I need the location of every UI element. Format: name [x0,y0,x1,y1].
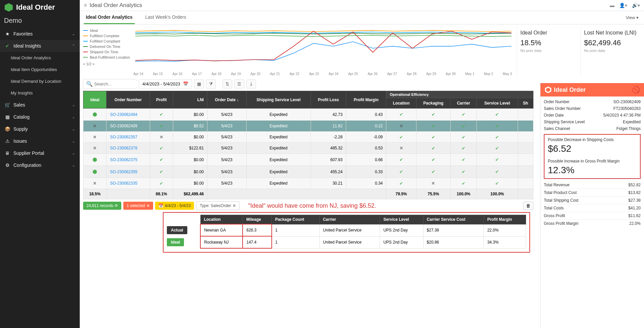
order-link[interactable]: SO-230062378 [110,146,137,150]
filter-button[interactable]: ⧩ [206,79,216,89]
col-sh[interactable]: Sh [518,98,533,109]
sidebar-item-ideal-order-analytics[interactable]: Ideal Order Analytics [0,52,80,64]
col-profit-margin[interactable]: Profit Margin [346,91,386,109]
order-link[interactable]: SO-230062357 [110,135,137,139]
cmp-col-margin: Profit Margin [484,215,526,224]
col-ship-svc[interactable]: Shipping Service Level [246,91,311,109]
col-location[interactable]: Location [386,98,416,109]
chat-icon[interactable]: ▬ [610,3,615,8]
chart-row: Ideal Fulfilled Complete Fulfilled Compl… [80,24,644,77]
check-icon: ✔ [462,146,465,151]
tab-ideal-order-analytics[interactable]: Ideal Order Analytics [84,11,135,24]
search-input[interactable]: 🔍 [83,79,137,89]
delete-button[interactable]: 🗑 [523,202,533,210]
detail-gross-profit: Gross Profit$11.62 [544,212,641,219]
close-icon[interactable]: ✕ [146,203,150,208]
prohibit-icon[interactable]: 🚫 [632,86,640,94]
order-link[interactable]: SO-230062409 [110,124,137,128]
hex-icon [544,86,552,93]
axis-tick: May 1 [465,72,474,76]
trash-icon: 🗑 [526,203,530,208]
col-service-level[interactable]: Service Level [476,98,518,109]
table-row[interactable]: ⬢ SO-230062375 ✔ $0.00 5/4/23 Expedited … [83,154,533,166]
order-link[interactable]: SO-230062335 [110,181,137,186]
detail-panel: Ideal Order 🚫 Order NumberSO-230062409 S… [540,83,644,328]
sidebar-item-ideal-item-opportunities[interactable]: Ideal Item Opportunities [0,64,80,75]
chip-selected[interactable]: 1 selected ✕ [123,202,153,210]
col-order-number[interactable]: Order Number [107,91,150,109]
sidebar-item-sales[interactable]: 🛒Sales⌄ [0,99,80,111]
close-icon[interactable]: ✕ [233,203,236,208]
check-icon: ✔ [462,157,465,162]
chip-type[interactable]: Type: SalesOrder ✕ [196,201,239,210]
sidebar-item-favorites[interactable]: ★Favorites ⌄ [0,28,80,40]
chip-records[interactable]: 24,611 records ⟳ [83,202,121,210]
check-icon: ✔ [432,169,435,174]
check-icon: ✔ [495,157,499,162]
order-link[interactable]: SO-230062375 [110,157,137,162]
view-dropdown[interactable]: View ▾ [624,12,640,23]
sidebar-item-ideal-insights[interactable]: ✔Ideal Insights ⌃ [0,40,80,52]
detail-total-shipping-cost: Total Shipping Cost$27.38 [544,196,641,204]
chevron-down-icon: ⌄ [72,163,75,168]
col-profit[interactable]: Profit [150,91,173,109]
axis-tick: Apr 30 [446,72,455,76]
table-row[interactable]: ⬢ SO-230062355 ✔ $0.00 5/4/23 Expedited … [83,166,533,178]
axis-tick: Apr 26 [368,72,377,76]
tabs: Ideal Order Analytics Last Week's Orders… [80,11,644,24]
col-ideal[interactable]: Ideal [83,91,107,109]
sort-button[interactable]: ⇅ [222,79,232,88]
shipping-decrease-value: $6.52 [548,143,637,154]
check-icon: ✔ [159,181,163,186]
col-packaging[interactable]: Packaging [416,98,450,109]
chart-pager[interactable]: < 1/2 > [83,61,130,66]
check-icon: ✔ [462,124,465,129]
axis-tick: Apr 24 [329,72,338,76]
order-link[interactable]: SO-230062355 [110,170,137,174]
sidebar-item-my-insights[interactable]: My Insights [0,87,80,99]
ideal-label: Ideal [167,238,184,246]
layout-toggle[interactable]: ▦ [194,79,204,88]
chevron-down-icon: ⌄ [72,151,75,155]
legend-item: Fulfilled Complete [83,34,130,38]
sidebar-item-supply[interactable]: 📦Supply⌄ [0,123,80,135]
check-icon: ✔ [399,135,403,140]
check-icon: ✔ [495,135,499,140]
table-row[interactable]: ✕ SO-230062378 ✔ $122.61 5/4/23 Expedite… [83,143,533,154]
sidebar-item-supplier-portal[interactable]: 🖥Supplier Portal⌄ [0,147,80,159]
legend-item: Delivered On Time [83,45,130,49]
x-icon: ✕ [399,123,403,129]
kpi-ideal-order: Ideal Order 18.5% No prev data [517,26,577,77]
table-row[interactable]: ✕ SO-230062409 ✔ $6.52 5/4/23 Expedited … [83,121,533,132]
check-icon: ✔ [462,135,465,140]
list-button[interactable]: ☰ [234,79,244,88]
hex-icon [4,3,13,12]
order-link[interactable]: SO-230062494 [110,112,137,117]
menu-icon[interactable]: ≡ [84,2,87,8]
col-order-date[interactable]: Order Date ↓ [207,91,246,109]
sidebar-item-configuration[interactable]: ⚙Configuration⌄ [0,159,80,171]
legend-item: Ideal [83,28,130,32]
col-profit-loss[interactable]: Profit Loss [311,91,346,109]
grid-footer-row: 18.5% 88.1% $62,499.46 79.5% 75.5% 100.0… [83,189,533,199]
chart-legend: Ideal Fulfilled Complete Fulfilled Compl… [83,26,130,77]
export-button[interactable]: ⤓ [246,79,256,88]
date-range-input[interactable]: 4/4/2023 - 5/4/2023📅 [139,79,192,88]
annotation-text: "Ideal" would have come from NJ, saving … [248,202,376,209]
check-icon: ✔ [462,181,465,186]
table-row[interactable]: ✕ SO-230062357 ✕ $0.00 5/4/23 Expedited … [83,132,533,143]
tab-last-weeks-orders[interactable]: Last Week's Orders [143,11,188,24]
chip-date[interactable]: 📅 4/4/23 - 5/4/23 [155,202,194,210]
sidebar-item-issues[interactable]: ⚠Issues⌄ [0,135,80,147]
sidebar-item-ideal-demand-by-location[interactable]: Ideal Demand by Location [0,75,80,87]
volume-icon[interactable]: 🔊▾ [632,3,640,8]
user-menu-icon[interactable]: 👤▾ [619,3,627,8]
cmp-col-mileage: Mileage [243,215,271,224]
table-row[interactable]: ✕ SO-230062335 ✔ $0.00 5/4/23 Expedited … [83,178,533,189]
sidebar-item-catalog[interactable]: ▦Catalog⌄ [0,111,80,123]
refresh-icon: ⟳ [115,203,118,208]
col-lni[interactable]: LNI [173,91,207,109]
col-carrier[interactable]: Carrier [450,98,476,109]
compare-table: Location Mileage Package Count Carrier S… [167,215,526,249]
table-row[interactable]: ⬢ SO-230062494 ✔ $0.00 5/4/23 Expedited … [83,109,533,121]
